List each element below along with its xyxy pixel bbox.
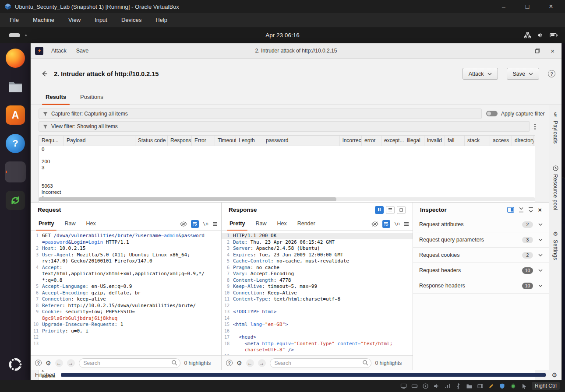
tab-raw[interactable]: Raw: [250, 217, 272, 230]
tab-raw[interactable]: Raw: [59, 217, 81, 230]
save-dropdown-button[interactable]: Save: [507, 68, 540, 80]
features-status-icon[interactable]: [510, 383, 516, 389]
search-settings-icon[interactable]: ⚙: [46, 360, 51, 366]
editor-menu-icon[interactable]: [404, 222, 409, 226]
column-header-incorrect[interactable]: incorrect: [340, 136, 362, 146]
expand-all-icon[interactable]: [528, 207, 533, 213]
shared-folder-status-icon[interactable]: [466, 383, 473, 389]
dock-burpsuite-icon[interactable]: [5, 161, 26, 182]
display-status-icon[interactable]: [400, 383, 407, 389]
column-header-error[interactable]: error: [362, 136, 381, 146]
column-header-stack[interactable]: stack: [465, 136, 490, 146]
column-header-timeout[interactable]: Timeout: [215, 136, 236, 146]
pause-attack-button[interactable]: [375, 206, 384, 214]
stop-button[interactable]: [397, 206, 406, 214]
sidebar-tab-payloads[interactable]: § Payloads: [549, 111, 561, 144]
inspector-close-icon[interactable]: ×: [538, 206, 542, 213]
dock-app-center-icon[interactable]: A: [5, 105, 26, 126]
request-editor[interactable]: 1GET /dvwa/vulnerabilities/brute/?userna…: [31, 231, 221, 355]
audio-status-icon[interactable]: [433, 383, 440, 389]
newline-toggle[interactable]: \n: [203, 221, 208, 227]
inspector-section-request-headers[interactable]: Request headers10: [413, 263, 549, 278]
inspector-section-response-headers[interactable]: Response headers10: [413, 278, 549, 294]
help-icon[interactable]: ?: [548, 70, 555, 77]
column-header-length[interactable]: Length: [236, 136, 263, 146]
tab-positions[interactable]: Positions: [73, 89, 110, 105]
request-search-input[interactable]: [79, 358, 180, 368]
attack-dropdown-button[interactable]: Attack: [463, 68, 498, 80]
inspector-section-request-attributes[interactable]: Request attributes2: [413, 217, 549, 232]
response-editor[interactable]: 1HTTP/1.1 200 OK2Date: Thu, 23 Apr 2026 …: [222, 231, 413, 355]
rows-layout-button[interactable]: [386, 206, 395, 214]
hide-nonprintable-icon[interactable]: [371, 221, 378, 227]
search-help-icon[interactable]: ?: [226, 360, 233, 366]
back-arrow-icon[interactable]: [40, 70, 49, 78]
column-header-payload[interactable]: Payload: [64, 136, 135, 146]
column-header-illegal[interactable]: illegal: [404, 136, 424, 146]
column-header-requ[interactable]: Requ...: [39, 136, 64, 146]
table-options-kebab-icon[interactable]: [534, 124, 536, 130]
sidebar-tab-resource-pool[interactable]: Resource pool: [549, 165, 561, 210]
inspector-dock-icon[interactable]: [507, 207, 514, 213]
collapse-all-icon[interactable]: [519, 207, 524, 213]
dock-files-icon[interactable]: [5, 76, 26, 97]
tab-render[interactable]: Render: [292, 217, 321, 230]
settings-gear-icon[interactable]: ⚙: [551, 372, 557, 378]
column-header-invalid[interactable]: invalid: [424, 136, 445, 146]
hide-nonprintable-icon[interactable]: [180, 221, 187, 227]
ubuntu-logo-icon[interactable]: [6, 355, 25, 374]
column-header-fail[interactable]: fail: [445, 136, 465, 146]
menu-machine[interactable]: Machine: [26, 13, 61, 27]
mouse-integration-status-icon[interactable]: [521, 383, 527, 389]
menu-devices[interactable]: Devices: [114, 13, 148, 27]
menu-file[interactable]: File: [3, 13, 26, 27]
menu-help[interactable]: Help: [148, 13, 174, 27]
tab-hex[interactable]: Hex: [81, 217, 101, 230]
burp-minimize-button[interactable]: –: [522, 48, 525, 54]
dock-firefox-icon[interactable]: [5, 48, 26, 69]
column-header-status-code[interactable]: Status code: [135, 136, 168, 146]
column-header-except[interactable]: except...: [381, 136, 404, 146]
clipboard-status-icon[interactable]: [488, 383, 494, 389]
prev-match-button[interactable]: ←: [55, 359, 63, 367]
search-help-icon[interactable]: ?: [35, 360, 42, 366]
dock-software-updater-icon[interactable]: [5, 190, 26, 211]
tab-pretty[interactable]: Pretty: [224, 217, 250, 230]
column-header-password[interactable]: password: [263, 136, 340, 146]
column-header-respons[interactable]: Respons...: [168, 136, 192, 146]
network-status-icon[interactable]: [444, 383, 451, 389]
sidebar-tab-settings[interactable]: ⚙ Settings: [549, 231, 561, 260]
prev-match-button[interactable]: ←: [246, 359, 254, 367]
next-match-button[interactable]: →: [67, 359, 75, 367]
tab-pretty[interactable]: Pretty: [33, 217, 59, 230]
menu-input[interactable]: Input: [88, 13, 114, 27]
view-filter-bar[interactable]: View filter: Showing all items: [39, 121, 530, 132]
recording-status-icon[interactable]: [477, 383, 484, 389]
menu-attack[interactable]: Attack: [47, 43, 71, 59]
tab-results[interactable]: Results: [39, 89, 73, 105]
maximize-button[interactable]: □: [523, 3, 532, 10]
inspector-section-request-query-parameters[interactable]: Request query parameters3: [413, 232, 549, 248]
column-header-access[interactable]: access: [490, 136, 512, 146]
hdd-status-icon[interactable]: [411, 383, 418, 389]
column-header-f[interactable]: f: [534, 136, 535, 146]
word-wrap-icon[interactable]: [382, 220, 390, 228]
burp-close-button[interactable]: ×: [551, 47, 554, 55]
scrollbar-thumb[interactable]: [39, 197, 336, 201]
inspector-section-request-cookies[interactable]: Request cookies2: [413, 248, 549, 263]
menu-view[interactable]: View: [61, 13, 88, 27]
column-header-error[interactable]: Error: [192, 136, 215, 146]
response-search-input[interactable]: [270, 358, 371, 368]
next-match-button[interactable]: →: [258, 359, 266, 367]
usb-status-icon[interactable]: [455, 383, 462, 389]
menu-save[interactable]: Save: [72, 43, 93, 59]
apply-capture-filter-toggle[interactable]: [486, 111, 498, 116]
newline-toggle[interactable]: \n: [394, 221, 400, 227]
word-wrap-icon[interactable]: [191, 220, 199, 228]
capture-filter-bar[interactable]: Capture filter: Capturing all items: [39, 108, 482, 119]
search-settings-icon[interactable]: ⚙: [237, 360, 242, 366]
editor-menu-icon[interactable]: [212, 222, 218, 226]
system-tray[interactable]: [524, 27, 558, 43]
clock[interactable]: Apr 23 06:16: [0, 27, 565, 43]
minimize-button[interactable]: –: [499, 3, 508, 10]
